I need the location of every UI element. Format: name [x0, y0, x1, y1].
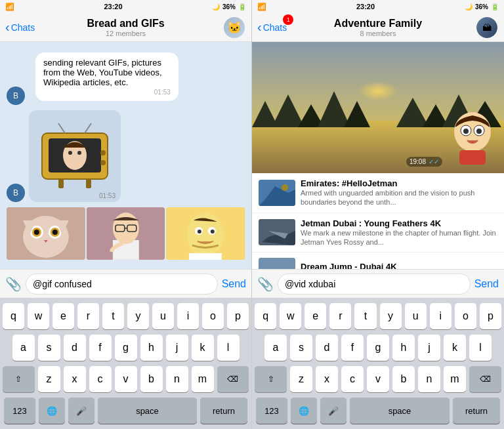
video-link-1[interactable]: Emirates: #HelloJetman Armed with unguar…: [252, 173, 504, 213]
key2-space[interactable]: space: [350, 398, 450, 424]
key2-g[interactable]: g: [367, 335, 389, 361]
video-thumb-2: [259, 219, 295, 245]
back-label-2[interactable]: Chats: [263, 22, 287, 33]
key2-t[interactable]: t: [354, 303, 376, 329]
svg-point-37: [463, 129, 469, 134]
key2-k[interactable]: k: [444, 335, 466, 361]
key2-d[interactable]: d: [316, 335, 338, 361]
key2-e[interactable]: e: [304, 303, 326, 329]
key-r[interactable]: r: [77, 303, 99, 329]
key2-o[interactable]: o: [455, 303, 476, 329]
key2-b[interactable]: b: [392, 366, 415, 392]
dream-thumb: [259, 258, 295, 269]
key-v[interactable]: v: [115, 366, 137, 392]
key2-delete[interactable]: ⌫: [469, 366, 501, 392]
notification-badge: 1: [283, 14, 293, 25]
key-i[interactable]: i: [177, 303, 199, 329]
key-b[interactable]: b: [140, 366, 163, 392]
key2-globe[interactable]: 🌐: [291, 398, 317, 424]
key2-h[interactable]: h: [392, 335, 415, 361]
key2-i[interactable]: i: [430, 303, 452, 329]
chat-avatar-1[interactable]: 🐱: [224, 17, 245, 38]
nav-bar-2: ‹ Chats 1 Adventure Family 8 members 🏔: [252, 13, 504, 42]
svg-line-6: [85, 123, 91, 133]
key-h[interactable]: h: [140, 335, 163, 361]
key2-x[interactable]: x: [316, 366, 338, 392]
key-shift[interactable]: ⇧: [3, 366, 35, 392]
status-left-1: 📶: [5, 3, 14, 11]
panel-bread-gifs: 📶 23:20 🌙 36% 🔋 ‹ Chats Bread and GIFs 1…: [0, 0, 252, 429]
key2-r[interactable]: r: [329, 303, 351, 329]
key-p[interactable]: p: [227, 303, 249, 329]
key-d[interactable]: d: [64, 335, 86, 361]
keyboard-2[interactable]: q w e r t y u i o p a s d f g h j k l ⇧ …: [252, 298, 504, 429]
key2-j[interactable]: j: [418, 335, 440, 361]
back-label-1[interactable]: Chats: [11, 22, 35, 33]
video-link-3[interactable]: Dream Jump - Dubai 4K What sounds like a…: [252, 253, 504, 269]
battery-icon-1: 🔋: [238, 3, 246, 10]
key-w[interactable]: w: [28, 303, 49, 329]
gif-grid: [7, 207, 245, 260]
attach-icon-2[interactable]: 📎: [257, 276, 274, 292]
key2-n[interactable]: n: [418, 366, 440, 392]
key-z[interactable]: z: [38, 366, 60, 392]
gif-homer[interactable]: [166, 207, 245, 260]
key-x[interactable]: x: [64, 366, 86, 392]
key2-l[interactable]: l: [469, 335, 492, 361]
message-input-2[interactable]: @vid xdubai: [278, 274, 471, 295]
back-button-2[interactable]: ‹ Chats 1: [257, 20, 287, 35]
key-j[interactable]: j: [166, 335, 188, 361]
message-input-1[interactable]: @gif confused: [26, 274, 218, 295]
key-n[interactable]: n: [166, 366, 188, 392]
chat-title-2: Adventure Family: [334, 18, 422, 30]
key-space[interactable]: space: [98, 398, 197, 424]
key-return[interactable]: return: [200, 398, 247, 424]
key-123[interactable]: 123: [4, 398, 35, 424]
key-c[interactable]: c: [89, 366, 112, 392]
key2-z[interactable]: z: [290, 366, 312, 392]
back-button-1[interactable]: ‹ Chats: [5, 20, 35, 35]
chat-avatar-2[interactable]: 🏔: [476, 17, 497, 38]
key-a[interactable]: a: [12, 335, 35, 361]
gif-cat[interactable]: [7, 207, 85, 260]
key-mic[interactable]: 🎤: [68, 398, 94, 424]
key2-p[interactable]: p: [480, 303, 501, 329]
keyboard-1[interactable]: q w e r t y u i o p a s d f g h j k l ⇧ …: [0, 298, 251, 429]
key-y[interactable]: y: [127, 303, 149, 329]
key2-123[interactable]: 123: [256, 398, 287, 424]
key2-q[interactable]: q: [255, 303, 276, 329]
key2-y[interactable]: y: [380, 303, 402, 329]
key-m[interactable]: m: [192, 366, 214, 392]
send-button-1[interactable]: Send: [222, 278, 246, 290]
key2-a[interactable]: a: [264, 335, 287, 361]
key-t[interactable]: t: [102, 303, 124, 329]
key2-w[interactable]: w: [280, 303, 301, 329]
video-link-2[interactable]: Jetman Dubai : Young Feathers 4K We mark…: [252, 213, 504, 253]
key2-f[interactable]: f: [341, 335, 364, 361]
key2-mic[interactable]: 🎤: [320, 398, 346, 424]
key-k[interactable]: k: [192, 335, 214, 361]
key-f[interactable]: f: [89, 335, 112, 361]
key2-c[interactable]: c: [341, 366, 364, 392]
video-thumb-3: [259, 258, 295, 269]
key-g[interactable]: g: [115, 335, 137, 361]
key2-v[interactable]: v: [367, 366, 389, 392]
key2-s[interactable]: s: [290, 335, 312, 361]
key-l[interactable]: l: [217, 335, 240, 361]
key2-m[interactable]: m: [444, 366, 466, 392]
key-globe[interactable]: 🌐: [39, 398, 65, 424]
key-s[interactable]: s: [38, 335, 60, 361]
status-left-2: 📶: [257, 3, 266, 11]
svg-point-38: [476, 129, 482, 134]
send-button-2[interactable]: Send: [474, 278, 499, 290]
key2-return[interactable]: return: [453, 398, 500, 424]
attach-icon-1[interactable]: 📎: [5, 276, 22, 292]
key-delete[interactable]: ⌫: [217, 366, 249, 392]
key-o[interactable]: o: [202, 303, 224, 329]
gif-man[interactable]: [87, 207, 165, 260]
key-e[interactable]: e: [52, 303, 74, 329]
key2-u[interactable]: u: [405, 303, 427, 329]
key-q[interactable]: q: [3, 303, 24, 329]
key-u[interactable]: u: [152, 303, 174, 329]
key2-shift[interactable]: ⇧: [255, 366, 287, 392]
